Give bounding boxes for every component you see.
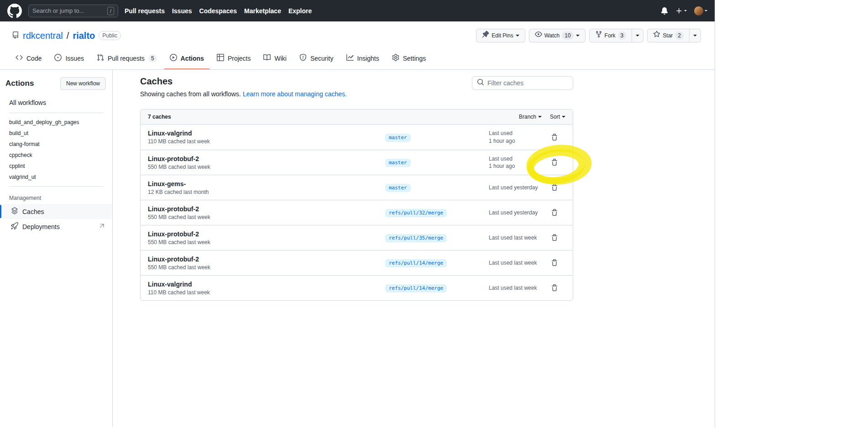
sidebar-workflow-item[interactable]: build_and_deploy_gh_pages xyxy=(0,117,112,128)
global-search-input[interactable] xyxy=(32,7,107,14)
tab-issues[interactable]: Issues xyxy=(49,48,89,69)
branch-badge: master xyxy=(385,159,411,167)
sidebar-item-caches[interactable]: Caches xyxy=(0,204,112,219)
tab-security[interactable]: Security xyxy=(294,48,339,69)
nav-issues[interactable]: Issues xyxy=(172,7,192,15)
global-search[interactable]: / xyxy=(28,5,118,17)
tab-label: Security xyxy=(310,55,334,62)
delete-cache-button[interactable] xyxy=(549,282,560,293)
nav-codespaces[interactable]: Codespaces xyxy=(199,7,237,15)
cache-size: 12 KB cached last month xyxy=(148,189,385,195)
notifications-bell-icon[interactable] xyxy=(661,7,668,15)
tab-code[interactable]: Code xyxy=(10,48,47,69)
cache-size: 110 MB cached last week xyxy=(148,138,385,145)
sidebar-deployments-label: Deployments xyxy=(22,223,60,230)
repo-title: rdkcentral / rialto Public xyxy=(12,31,121,41)
cache-name: Linux-valgrind xyxy=(148,281,385,288)
filter-caches-box[interactable] xyxy=(472,76,573,90)
last-used-line1: Last used yesterday xyxy=(489,184,549,191)
visibility-badge: Public xyxy=(99,31,121,40)
caret-down-icon xyxy=(705,10,707,11)
sidebar-workflow-item[interactable]: cpplint xyxy=(0,161,112,172)
tab-wiki[interactable]: Wiki xyxy=(258,48,292,69)
delete-cache-button[interactable] xyxy=(549,207,560,218)
page-subtitle: Showing caches from all workflows. Learn… xyxy=(140,90,347,98)
delete-cache-button[interactable] xyxy=(549,257,560,268)
sidebar-item-deployments[interactable]: Deployments xyxy=(0,219,112,234)
delete-cache-button[interactable] xyxy=(549,157,560,168)
caches-main: Caches Showing caches from all workflows… xyxy=(113,70,715,427)
external-link-arrow-icon xyxy=(99,223,105,230)
nav-pull-requests[interactable]: Pull requests xyxy=(125,7,165,15)
cache-name: Linux-protobuf-2 xyxy=(148,155,385,162)
edit-pins-button[interactable]: Edit Pins xyxy=(476,29,525,42)
delete-cache-button[interactable] xyxy=(549,182,560,193)
repo-name-link[interactable]: rialto xyxy=(73,31,95,41)
star-count: 2 xyxy=(675,31,684,40)
cache-stack-icon xyxy=(11,207,18,216)
cache-size: 550 MB cached last week xyxy=(148,239,385,245)
sidebar-workflow-item[interactable]: cppcheck xyxy=(0,150,112,161)
cache-name: Linux-protobuf-2 xyxy=(148,256,385,263)
caret-down-icon xyxy=(693,35,697,37)
slash-shortcut-key: / xyxy=(107,7,114,15)
user-menu[interactable] xyxy=(694,6,707,16)
code-icon xyxy=(16,54,23,63)
star-icon xyxy=(653,31,660,41)
sort-dropdown-label: Sort xyxy=(550,114,560,120)
tab-projects[interactable]: Projects xyxy=(211,48,256,69)
caret-down-icon xyxy=(538,116,542,118)
tab-settings[interactable]: Settings xyxy=(387,48,432,69)
last-used-line1: Last used last week xyxy=(489,259,549,266)
caret-down-icon xyxy=(576,35,580,37)
nav-marketplace[interactable]: Marketplace xyxy=(244,7,281,15)
branch-dropdown-label: Branch xyxy=(519,114,536,120)
sidebar-workflow-item[interactable]: clang-format xyxy=(0,139,112,150)
caches-table-header: 7 caches Branch Sort xyxy=(141,110,573,125)
watch-button[interactable]: Watch 10 xyxy=(529,29,586,42)
tab-label: Code xyxy=(26,55,42,62)
fork-dropdown-button[interactable] xyxy=(632,29,643,42)
last-used-line1: Last used last week xyxy=(489,234,549,241)
tab-label: Projects xyxy=(228,55,251,62)
filter-caches-input[interactable] xyxy=(487,79,568,87)
cache-size: 550 MB cached last week xyxy=(148,164,385,170)
cache-name: Linux-protobuf-2 xyxy=(148,205,385,213)
sidebar-item-all-workflows[interactable]: All workflows xyxy=(0,96,112,109)
tab-actions[interactable]: Actions xyxy=(164,48,209,69)
caret-down-icon xyxy=(684,10,687,11)
github-logo-icon[interactable] xyxy=(7,4,22,18)
nav-explore[interactable]: Explore xyxy=(288,7,312,15)
star-button[interactable]: Star 2 xyxy=(647,29,690,42)
sort-dropdown[interactable]: Sort xyxy=(550,114,565,120)
last-used-line1: Last used yesterday xyxy=(489,209,549,216)
tab-insights[interactable]: Insights xyxy=(341,48,385,69)
fork-button[interactable]: Fork 3 xyxy=(589,29,633,42)
delete-cache-button[interactable] xyxy=(549,132,560,143)
cache-row: Linux-gems-12 KB cached last month maste… xyxy=(141,175,573,200)
sidebar-workflow-item[interactable]: build_ut xyxy=(0,128,112,139)
last-used-line1: Last used xyxy=(489,130,549,137)
last-used-line2: 1 hour ago xyxy=(489,137,549,145)
pull-requests-count: 5 xyxy=(148,54,157,63)
create-new-plus-icon[interactable] xyxy=(675,7,687,15)
tab-label: Insights xyxy=(357,55,379,62)
tab-label: Pull requests xyxy=(108,55,145,62)
caret-down-icon xyxy=(516,35,519,37)
sidebar-divider xyxy=(9,113,103,113)
tab-pull-requests[interactable]: Pull requests 5 xyxy=(91,48,162,69)
cache-row: Linux-protobuf-2550 MB cached last week … xyxy=(141,250,573,275)
repo-icon xyxy=(12,31,19,41)
cache-row: Linux-protobuf-2550 MB cached last week … xyxy=(141,200,573,225)
star-dropdown-button[interactable] xyxy=(690,29,701,42)
sidebar-workflow-item[interactable]: valgrind_ut xyxy=(0,172,112,183)
sidebar-divider xyxy=(9,186,103,187)
branch-filter-dropdown[interactable]: Branch xyxy=(519,114,542,120)
new-workflow-button[interactable]: New workflow xyxy=(60,77,106,90)
issue-icon xyxy=(54,54,62,63)
header-right-controls xyxy=(661,6,707,16)
delete-cache-button[interactable] xyxy=(549,232,560,243)
learn-more-link[interactable]: Learn more about managing caches. xyxy=(243,90,347,98)
repo-actions: Edit Pins Watch 10 Fork 3 xyxy=(476,29,701,42)
repo-owner-link[interactable]: rdkcentral xyxy=(23,31,63,41)
